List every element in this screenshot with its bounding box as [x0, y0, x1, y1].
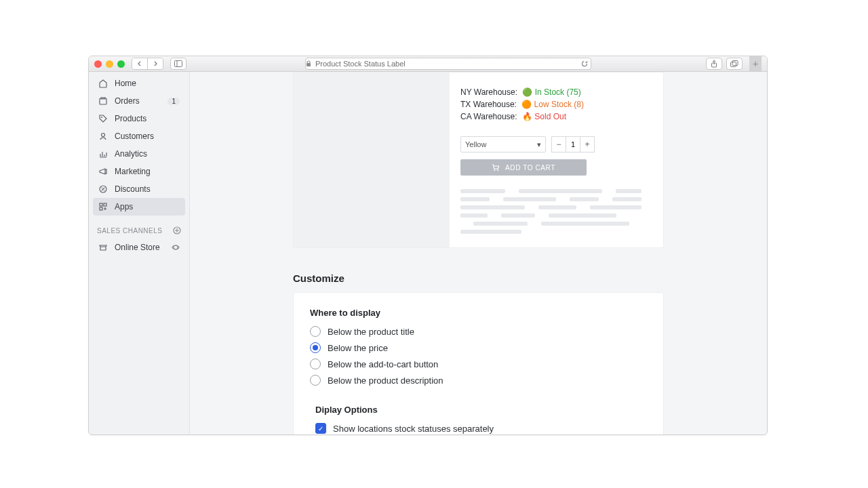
discounts-icon	[98, 184, 108, 194]
sidebar-item-discounts[interactable]: Discounts	[93, 180, 185, 198]
svg-point-8	[102, 134, 105, 137]
sales-channels-header: SALES CHANNELS	[89, 218, 189, 236]
sidebar-item-analytics[interactable]: Analytics	[93, 145, 185, 163]
svg-rect-0	[175, 61, 182, 67]
page-title: Product Stock Status Label	[315, 60, 406, 68]
address-bar[interactable]: Product Stock Status Label	[305, 58, 591, 70]
sidebar-item-products[interactable]: Products	[93, 110, 185, 127]
svg-rect-4	[731, 62, 736, 67]
sidebar-item-apps[interactable]: Apps	[93, 198, 185, 216]
analytics-icon	[98, 149, 108, 159]
svg-point-11	[104, 190, 104, 190]
store-icon	[98, 243, 108, 252]
customize-title: Customize	[293, 272, 753, 284]
radio-icon	[310, 326, 321, 337]
marketing-icon	[98, 167, 108, 176]
new-tab-icon[interactable]: +	[749, 56, 762, 71]
home-icon	[98, 79, 108, 88]
back-button[interactable]	[132, 58, 147, 69]
svg-point-7	[101, 117, 102, 118]
sidebar-label: Apps	[115, 202, 180, 211]
sidebar-item-online-store[interactable]: Online Store	[93, 239, 185, 256]
sidebar-label: Home	[115, 79, 180, 88]
title-bar-right: +	[706, 56, 762, 71]
svg-rect-2	[307, 63, 311, 66]
svg-point-17	[494, 169, 496, 171]
forward-button[interactable]	[147, 58, 163, 69]
main-content: NY Warehouse: 🟢 In Stock (75) TX Warehou…	[190, 72, 767, 435]
nav-buttons	[132, 58, 163, 70]
stock-dot-icon: 🟢	[522, 87, 532, 97]
add-to-cart-button[interactable]: ADD TO CART	[460, 159, 587, 176]
qty-plus-button[interactable]: +	[580, 136, 595, 152]
sidebar-label: Products	[115, 114, 180, 123]
svg-point-18	[497, 169, 498, 171]
svg-point-10	[102, 188, 102, 188]
customers-icon	[98, 131, 108, 141]
checkbox-option[interactable]: ✓ Show locations stock statuses separate…	[315, 423, 647, 434]
sidebar-label: Orders	[115, 96, 161, 106]
products-icon	[98, 114, 108, 123]
traffic-lights	[94, 60, 125, 68]
browser-window: Product Stock Status Label + Home	[88, 56, 768, 435]
sidebar-item-orders[interactable]: Orders 1	[93, 92, 185, 110]
apps-icon	[98, 202, 108, 211]
radio-icon	[310, 359, 321, 369]
preview-card: NY Warehouse: 🟢 In Stock (75) TX Warehou…	[293, 72, 664, 248]
svg-rect-12	[100, 203, 102, 206]
orders-icon	[98, 96, 108, 106]
sidebar-toggle-icon[interactable]	[170, 58, 186, 70]
radio-option[interactable]: Below the price	[310, 342, 647, 353]
customize-card: Where to display Below the product title…	[293, 292, 664, 435]
stock-row: NY Warehouse: 🟢 In Stock (75)	[460, 86, 642, 98]
orders-badge: 1	[167, 98, 180, 105]
qty-minus-button[interactable]: −	[551, 136, 566, 152]
svg-rect-5	[732, 61, 738, 66]
cart-icon	[492, 163, 500, 171]
sidebar: Home Orders 1 Products Customers A	[89, 72, 190, 435]
stock-row: TX Warehouse: 🟠 Low Stock (8)	[460, 98, 642, 110]
close-dot-icon[interactable]	[94, 60, 102, 68]
add-channel-icon[interactable]	[173, 226, 181, 235]
sidebar-item-customers[interactable]: Customers	[93, 127, 185, 145]
radio-icon	[310, 342, 321, 353]
display-heading: Diplay Options	[315, 405, 647, 415]
sidebar-label: Discounts	[115, 184, 180, 194]
variant-row: Yellow ▾ − 1 +	[460, 136, 642, 152]
stock-row: CA Warehouse: 🔥 Sold Out	[460, 110, 642, 123]
radio-option[interactable]: Below the add-to-cart button	[310, 359, 647, 369]
variant-select[interactable]: Yellow ▾	[460, 136, 546, 152]
zoom-dot-icon[interactable]	[117, 60, 125, 68]
reload-icon[interactable]	[581, 60, 591, 67]
sidebar-label: Customers	[115, 131, 180, 141]
svg-rect-14	[100, 207, 102, 210]
tabs-icon[interactable]	[726, 58, 743, 70]
where-heading: Where to display	[310, 308, 647, 318]
sidebar-label: Online Store	[115, 243, 165, 252]
minimize-dot-icon[interactable]	[106, 60, 113, 68]
share-icon[interactable]	[706, 58, 722, 70]
chevron-down-icon: ▾	[537, 140, 541, 149]
checkbox-icon: ✓	[315, 423, 326, 434]
radio-option[interactable]: Below the product description	[310, 375, 647, 386]
lock-icon	[306, 60, 311, 67]
svg-rect-13	[104, 203, 106, 206]
qty-value: 1	[566, 136, 580, 152]
stock-dot-icon: 🟠	[521, 100, 532, 109]
radio-option[interactable]: Below the product title	[310, 326, 647, 337]
preview-product-image	[294, 73, 450, 247]
title-bar: Product Stock Status Label +	[89, 56, 767, 72]
view-store-icon[interactable]	[172, 243, 180, 251]
sidebar-item-home[interactable]: Home	[93, 75, 185, 92]
sidebar-label: Analytics	[115, 149, 180, 159]
sidebar-item-marketing[interactable]: Marketing	[93, 163, 185, 180]
sidebar-label: Marketing	[115, 167, 180, 176]
stock-dot-icon: 🔥	[522, 112, 532, 121]
radio-icon	[310, 375, 321, 386]
